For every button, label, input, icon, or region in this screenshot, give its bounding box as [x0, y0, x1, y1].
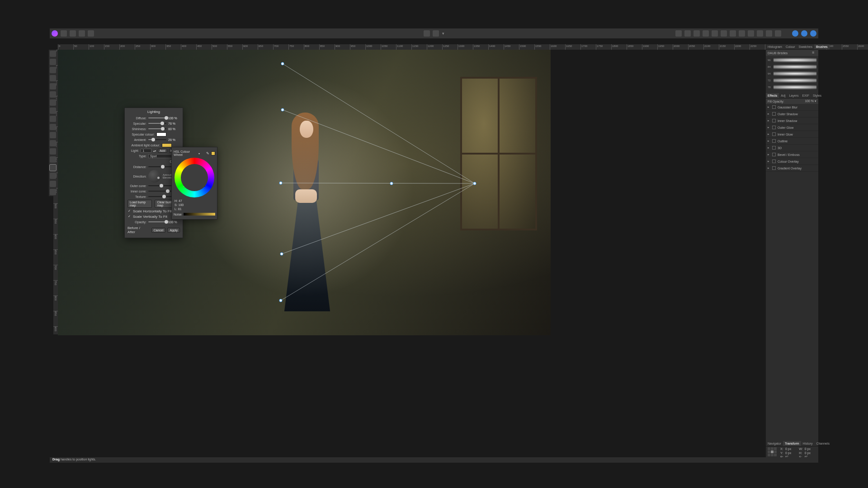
effect-colour-overlay[interactable]: ▸Colour Overlay: [766, 158, 818, 165]
light-source-handle[interactable]: [473, 182, 476, 185]
light-cone-handle-3[interactable]: [280, 253, 283, 256]
flood-select-tool[interactable]: [50, 99, 56, 106]
effect-outer-glow[interactable]: ▸Outer Glow: [766, 124, 818, 131]
tab-adj[interactable]: Adj: [779, 93, 787, 98]
app-logo: [52, 30, 58, 37]
effect-gaussian-blur[interactable]: ▸Gaussian Blur: [766, 104, 818, 111]
tab-styles[interactable]: Styles: [811, 93, 823, 98]
arrange-12[interactable]: [775, 30, 781, 37]
light-cone-handle-4[interactable]: [279, 299, 283, 302]
shape-tool[interactable]: [50, 164, 56, 171]
brush-set-select[interactable]: DAUB Bristles: [768, 52, 788, 55]
brush-preset[interactable]: 96: [768, 57, 816, 63]
tab-channels[interactable]: Channels: [814, 441, 831, 446]
effect-bevel-emboss[interactable]: ▸Bevel / Emboss: [766, 151, 818, 158]
svg-line-4: [281, 183, 475, 300]
crop-tool[interactable]: [50, 75, 56, 81]
brush-preset[interactable]: 72: [768, 77, 816, 84]
tab-brushes[interactable]: Brushes: [814, 44, 830, 49]
tab-history[interactable]: History: [801, 441, 815, 446]
brush-preset[interactable]: 94: [768, 70, 816, 77]
effect-outline[interactable]: ▸Outline: [766, 138, 818, 145]
effect-gradient-overlay[interactable]: ▸Gradient Overlay: [766, 165, 818, 172]
arrange-7[interactable]: [730, 30, 736, 37]
brush-preset[interactable]: 78: [768, 84, 816, 90]
x-label: X:: [780, 447, 783, 450]
studio-panels: HistogramColourSwatchesBrushes DAUB Bris…: [766, 44, 818, 460]
pen-tool[interactable]: [50, 148, 56, 155]
fill-opacity-value[interactable]: 100 %: [805, 99, 814, 103]
light-cone-handle-1[interactable]: [281, 108, 284, 112]
arrange-11[interactable]: [766, 30, 772, 37]
tab-effects[interactable]: Effects: [766, 93, 779, 98]
light-cone-handle-0[interactable]: [281, 62, 284, 66]
dodge-tool[interactable]: [50, 132, 56, 138]
brushes-list: 9684947278: [766, 56, 818, 91]
help-icon[interactable]: [810, 30, 816, 37]
effects-list: ▸Gaussian Blur▸Outer Shadow▸Inner Shadow…: [766, 104, 818, 172]
marquee-tool[interactable]: [50, 91, 56, 98]
top-panel-tabs: HistogramColourSwatchesBrushes: [766, 44, 818, 50]
effect-inner-shadow[interactable]: ▸Inner Shadow: [766, 117, 818, 124]
tab-navigator[interactable]: Navigator: [766, 441, 783, 446]
tools-panel: [49, 50, 56, 196]
ruler-horizontal: 0501001502002503003504004505005506006507…: [58, 44, 868, 50]
arrange-center[interactable]: [684, 30, 691, 37]
svg-line-0: [283, 64, 475, 183]
effect-inner-glow[interactable]: ▸Inner Glow: [766, 131, 818, 138]
assistant-icon[interactable]: [792, 30, 798, 37]
document-canvas[interactable]: [58, 50, 551, 335]
bottom-panel-tabs: NavigatorTransformHistoryChannels: [766, 441, 818, 446]
effect-3d[interactable]: ▸3D: [766, 145, 818, 151]
tab-histogram[interactable]: Histogram: [766, 44, 784, 49]
tab-transform[interactable]: Transform: [783, 441, 801, 446]
arrange-9[interactable]: [748, 30, 754, 37]
light-center-handle[interactable]: [390, 182, 393, 185]
w-value[interactable]: 0 px: [805, 447, 816, 450]
arrange-4[interactable]: [703, 30, 709, 37]
status-bold: Drag: [52, 458, 60, 461]
colour-picker-tool[interactable]: [50, 67, 56, 73]
context-dropdown-icon[interactable]: ▾: [442, 30, 444, 37]
svg-line-2: [281, 183, 475, 183]
move-tool[interactable]: [50, 59, 56, 65]
arrange-8[interactable]: [739, 30, 745, 37]
gradient-tool[interactable]: [50, 156, 56, 163]
effect-outer-shadow[interactable]: ▸Outer Shadow: [766, 111, 818, 117]
arrange-10[interactable]: [757, 30, 763, 37]
tab-exif[interactable]: EXIF: [800, 93, 811, 98]
persona-liquify[interactable]: [70, 30, 76, 37]
account-icon[interactable]: [801, 30, 807, 37]
light-cone-handle-2[interactable]: [279, 182, 283, 185]
hand-tool[interactable]: [50, 51, 56, 57]
paint-brush-tool[interactable]: [50, 108, 56, 114]
transform-anchor[interactable]: [768, 447, 777, 456]
context-tool-a[interactable]: [424, 30, 430, 37]
blur-tool[interactable]: [50, 140, 56, 146]
h-label: H:: [799, 451, 802, 455]
app-toolbar: ▾: [50, 28, 818, 38]
tab-swatches[interactable]: Swatches: [797, 44, 814, 49]
arrange-6[interactable]: [721, 30, 727, 37]
tab-layers[interactable]: Layers: [787, 93, 800, 98]
zoom-tool[interactable]: [50, 189, 56, 195]
x-value[interactable]: 0 px: [785, 447, 797, 450]
arrange-5[interactable]: [712, 30, 718, 37]
brush-preset[interactable]: 84: [768, 64, 816, 70]
selection-brush-tool[interactable]: [50, 83, 56, 89]
persona-export[interactable]: [88, 30, 94, 37]
arrange-right[interactable]: [693, 30, 700, 37]
mesh-tool[interactable]: [50, 181, 56, 187]
clone-tool[interactable]: [50, 124, 56, 130]
tab-colour[interactable]: Colour: [784, 44, 797, 49]
persona-photo[interactable]: [61, 30, 67, 37]
erase-tool[interactable]: [50, 116, 56, 122]
text-tool[interactable]: [50, 173, 56, 179]
y-value[interactable]: 0 px: [785, 451, 797, 455]
h-value[interactable]: 0 px: [805, 451, 816, 455]
context-tool-b[interactable]: [433, 30, 439, 37]
brushes-menu-icon[interactable]: ≡: [812, 51, 816, 55]
status-bar: Drag handles to position lights.: [50, 457, 818, 463]
persona-develop[interactable]: [79, 30, 85, 37]
arrange-left[interactable]: [675, 30, 682, 37]
